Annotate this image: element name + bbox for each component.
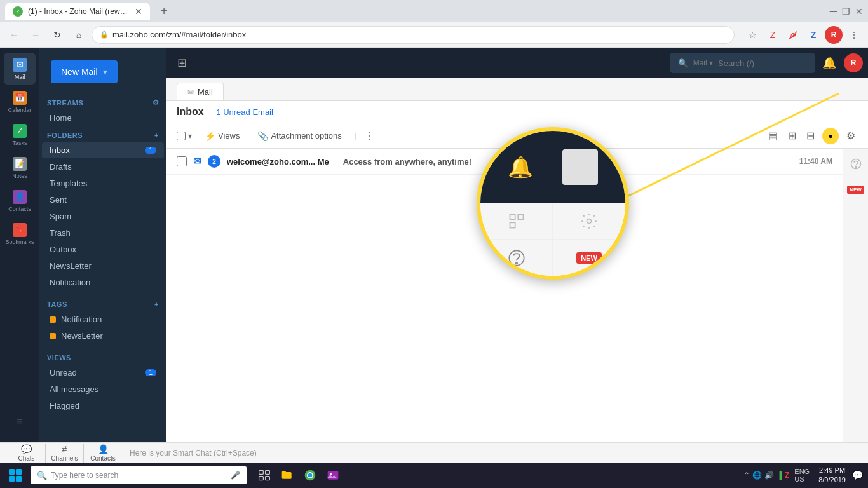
yellow-indicator[interactable]: ● bbox=[822, 128, 839, 144]
notification-bell-button[interactable]: 🔔 bbox=[820, 53, 839, 72]
view-flagged[interactable]: Flagged bbox=[42, 398, 164, 414]
sidebar-collapse-button[interactable]: ≡ bbox=[4, 405, 36, 437]
sidebar-item-notes[interactable]: 📝 Notes bbox=[4, 152, 36, 184]
new-mail-button[interactable]: New Mail ▾ bbox=[51, 60, 118, 83]
user-avatar-header[interactable]: R bbox=[844, 53, 863, 72]
zoho-extension-3[interactable]: Z bbox=[804, 26, 822, 44]
view-all-messages[interactable]: All messages bbox=[42, 381, 164, 397]
language-indicator[interactable]: ENG US bbox=[794, 468, 810, 483]
app-sidebar: ✉ Mail 📅 Calendar ✓ Tasks 📝 Notes 👤 Cont… bbox=[0, 48, 39, 442]
new-tab-button[interactable]: + bbox=[155, 3, 173, 20]
folder-inbox[interactable]: Inbox 1 bbox=[42, 142, 164, 158]
email-checkbox-1[interactable] bbox=[177, 156, 187, 166]
back-button[interactable]: ← bbox=[5, 26, 23, 44]
folder-inbox-label: Inbox bbox=[50, 146, 70, 155]
zoho-extension-1[interactable]: Z bbox=[764, 26, 782, 44]
minimize-button[interactable]: ─ bbox=[830, 6, 837, 17]
sidebar-label-notes: Notes bbox=[12, 173, 27, 179]
folder-newsletter[interactable]: NewsLetter bbox=[42, 258, 164, 274]
folder-outbox[interactable]: Outbox bbox=[42, 241, 164, 257]
column-view-button[interactable]: ⊟ bbox=[804, 127, 817, 144]
zoho-extension-2[interactable]: 🌶 bbox=[784, 26, 802, 44]
taskbar-clock[interactable]: 2:49 PM 8/9/2019 bbox=[815, 466, 850, 485]
tags-add-icon[interactable]: + bbox=[154, 301, 159, 308]
address-bar[interactable]: 🔒 mail.zoho.com/zm/#mail/folder/inbox bbox=[92, 26, 735, 44]
tray-battery-icon[interactable]: ▐ bbox=[776, 471, 782, 480]
folder-templates[interactable]: Templates bbox=[42, 175, 164, 191]
file-explorer-button[interactable] bbox=[277, 465, 297, 485]
refresh-button[interactable]: ↻ bbox=[48, 26, 66, 44]
new-feature-button[interactable]: NEW bbox=[846, 179, 866, 200]
views-button[interactable]: ⚡ Views bbox=[200, 128, 245, 144]
zoho-tray-icon[interactable]: Z bbox=[785, 471, 789, 480]
sidebar-item-bookmarks[interactable]: 🔖 Bookmarks bbox=[4, 218, 36, 250]
folder-home[interactable]: Home bbox=[42, 110, 164, 126]
search-icon: 🔍 bbox=[678, 58, 688, 68]
sidebar-item-mail[interactable]: ✉ Mail bbox=[4, 53, 36, 85]
start-button[interactable] bbox=[3, 463, 28, 488]
venom-icon-sidebar[interactable] bbox=[846, 154, 866, 174]
tray-up-arrow[interactable]: ⌃ bbox=[743, 471, 750, 480]
attachment-options-button[interactable]: 📎 Attachment options bbox=[252, 128, 346, 144]
notification-action-button[interactable]: 💬 bbox=[852, 470, 863, 480]
close-window-button[interactable]: ✕ bbox=[855, 6, 863, 17]
folder-trash[interactable]: Trash bbox=[42, 225, 164, 241]
tab-title: (1) - Inbox - Zoho Mail (rewells3... bbox=[28, 7, 130, 16]
svg-rect-3 bbox=[259, 477, 264, 480]
taskbar-pinned-apps bbox=[254, 465, 343, 485]
folder-notification[interactable]: Notification bbox=[42, 274, 164, 290]
view-unread[interactable]: Unread 1 bbox=[42, 365, 164, 381]
select-all-dropdown-arrow[interactable]: ▾ bbox=[188, 132, 192, 140]
folder-sent[interactable]: Sent bbox=[42, 192, 164, 208]
email-sender-1: welcome@zoho.com... Me bbox=[227, 157, 329, 166]
tags-section: TAGS + bbox=[39, 295, 166, 311]
grid-view-button[interactable]: ⊞ bbox=[785, 127, 799, 144]
inbox-header: Inbox · 1 Unread Email bbox=[166, 101, 868, 123]
inbox-unread-badge[interactable]: 1 Unread Email bbox=[216, 107, 273, 117]
streams-settings-icon[interactable]: ⚙ bbox=[153, 98, 159, 107]
mail-panel-scroll[interactable]: STREAMS ⚙ Home FOLDERS + Inbox 1 bbox=[39, 93, 166, 442]
tag-notification[interactable]: Notification bbox=[42, 311, 164, 327]
compact-view-button[interactable]: ▤ bbox=[766, 127, 780, 144]
taskbar-search[interactable]: 🔍 Type here to search 🎤 bbox=[31, 466, 247, 484]
email-item-1[interactable]: ✉ 2 welcome@zoho.com... Me Access from a… bbox=[166, 149, 843, 175]
photos-taskbar-button[interactable] bbox=[323, 465, 343, 485]
search-box[interactable]: 🔍 Mail ▾ bbox=[670, 53, 815, 73]
tag-newsletter-dot bbox=[50, 333, 56, 339]
folder-drafts[interactable]: Drafts bbox=[42, 159, 164, 175]
folder-spam[interactable]: Spam bbox=[42, 208, 164, 224]
forward-button[interactable]: → bbox=[27, 26, 44, 44]
select-all-checkbox[interactable] bbox=[177, 132, 186, 140]
chats-button[interactable]: 💬 Chats bbox=[8, 444, 46, 463]
tag-newsletter[interactable]: NewsLetter bbox=[42, 328, 164, 344]
mail-tab[interactable]: ✉ Mail bbox=[177, 83, 224, 100]
task-view-button[interactable] bbox=[254, 465, 275, 485]
tray-volume-icon[interactable]: 🔊 bbox=[764, 471, 774, 480]
notes-icon: 📝 bbox=[13, 157, 27, 171]
voice-search-icon[interactable]: 🎤 bbox=[231, 471, 240, 480]
contacts-bottom-label: Contacts bbox=[90, 455, 115, 462]
tag-notification-label: Notification bbox=[61, 315, 102, 324]
search-input[interactable] bbox=[718, 58, 807, 68]
streams-section: STREAMS ⚙ bbox=[39, 93, 166, 109]
settings-button[interactable]: ⚙ bbox=[844, 127, 858, 144]
sidebar-item-tasks[interactable]: ✓ Tasks bbox=[4, 119, 36, 151]
toolbar-more-button[interactable]: ⋮ bbox=[364, 130, 374, 142]
select-all-checkbox-area[interactable]: ▾ bbox=[177, 132, 192, 140]
home-button[interactable]: ⌂ bbox=[70, 26, 88, 44]
chrome-taskbar-button[interactable] bbox=[300, 465, 320, 485]
sidebar-item-calendar[interactable]: 📅 Calendar bbox=[4, 86, 36, 118]
chrome-profile-button[interactable]: R bbox=[825, 26, 843, 44]
tray-network-icon[interactable]: 🌐 bbox=[752, 471, 762, 480]
folders-add-icon[interactable]: + bbox=[154, 132, 159, 139]
maximize-button[interactable]: ❐ bbox=[842, 6, 850, 17]
tab-close-button[interactable]: ✕ bbox=[135, 6, 142, 17]
search-filter-label[interactable]: Mail ▾ bbox=[693, 58, 713, 67]
sidebar-item-contacts[interactable]: 👤 Contacts bbox=[4, 185, 36, 217]
app-grid-button[interactable]: ⊞ bbox=[166, 48, 197, 78]
channels-button[interactable]: # Channels bbox=[46, 444, 84, 463]
contacts-bottom-button[interactable]: 👤 Contacts bbox=[84, 444, 122, 463]
chrome-menu-button[interactable]: ⋮ bbox=[845, 26, 863, 44]
browser-tab[interactable]: Z (1) - Inbox - Zoho Mail (rewells3... ✕ bbox=[5, 3, 150, 20]
bookmark-star-button[interactable]: ☆ bbox=[743, 26, 761, 44]
